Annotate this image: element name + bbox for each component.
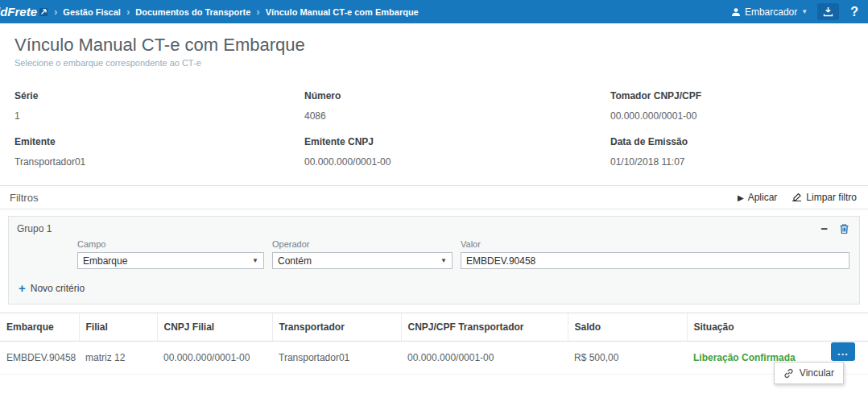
valor-field: Valor: [461, 239, 849, 269]
field-numero: Número 4086: [304, 90, 610, 122]
delete-group-button[interactable]: [839, 223, 849, 234]
filter-group-header: Grupo 1 −: [9, 217, 859, 238]
eraser-icon: [792, 193, 802, 202]
page-subtitle: Selecione o embarque correspondente ao C…: [14, 58, 868, 68]
results-table: Embarque Filial CNPJ Filial Transportado…: [0, 313, 868, 375]
operador-field: Operador Contém ▼: [272, 239, 453, 269]
field-emitente-label: Emitente: [14, 136, 304, 147]
field-emitente-cnpj-label: Emitente CNPJ: [304, 136, 610, 147]
collapse-group-button[interactable]: −: [820, 222, 828, 234]
field-emitente: Emitente Transportador01: [14, 136, 304, 168]
cell-cnpj-transportador: 00.000.000/0001-00: [401, 342, 568, 375]
download-button[interactable]: [817, 3, 839, 20]
topbar-actions: Embarcador ▼ ?: [731, 3, 860, 20]
column-header-situacao: Situação: [687, 313, 868, 342]
field-serie: Série 1: [14, 90, 304, 122]
column-header-saldo: Saldo: [568, 313, 687, 342]
campo-label: Campo: [77, 239, 264, 249]
field-tomador-value: 00.000.000/0001-00: [610, 110, 868, 122]
valor-input[interactable]: [461, 252, 849, 269]
user-icon: [731, 7, 741, 17]
logo-flag-icon: [39, 7, 49, 17]
operador-select[interactable]: Contém ▼: [272, 252, 453, 269]
cell-filial: matriz 12: [79, 342, 157, 375]
page-title: Vínculo Manual CT-e com Embarque: [14, 35, 868, 56]
cell-embarque: EMBDEV.90458: [0, 342, 79, 375]
play-icon: ▶: [738, 193, 744, 202]
new-criteria-button[interactable]: + Novo critério: [9, 269, 859, 304]
trash-icon: [839, 223, 849, 234]
row-actions-button[interactable]: ...: [831, 342, 855, 361]
column-header-embarque: Embarque: [0, 313, 79, 342]
ellipsis-icon: ...: [837, 346, 849, 358]
filters-actions: ▶ Aplicar Limpar filtro: [738, 192, 857, 203]
operador-select-value: Contém: [278, 255, 312, 267]
download-icon: [823, 6, 833, 17]
table-header-row: Embarque Filial CNPJ Filial Transportado…: [0, 313, 868, 342]
column-header-transportador: Transportador: [272, 313, 401, 342]
cell-cnpj-filial: 00.000.000/0001-00: [157, 342, 272, 375]
clear-filter-button[interactable]: Limpar filtro: [792, 192, 857, 203]
user-menu-label: Embarcador: [745, 6, 797, 18]
clear-filter-label: Limpar filtro: [806, 192, 857, 203]
breadcrumb-item-documentos-transporte[interactable]: Documentos do Transporte: [135, 7, 250, 17]
chevron-right-icon: ›: [54, 6, 57, 18]
filter-group-panel: Grupo 1 − Campo Embarque ▼ Operador Cont…: [8, 216, 860, 304]
filter-group-tools: −: [820, 222, 849, 234]
apply-filter-label: Aplicar: [748, 192, 778, 203]
user-menu-button[interactable]: Embarcador ▼: [731, 6, 808, 18]
column-header-cnpj-filial: CNPJ Filial: [157, 313, 272, 342]
vincular-label: Vincular: [800, 367, 834, 379]
field-emitente-cnpj: Emitente CNPJ 00.000.000/0001-00: [304, 136, 610, 168]
operador-label: Operador: [272, 239, 453, 249]
field-serie-label: Série: [14, 90, 304, 102]
new-criteria-label: Novo critério: [31, 283, 85, 294]
help-question-icon: ?: [850, 5, 858, 19]
help-button[interactable]: ?: [849, 5, 860, 19]
filter-criteria-row: Campo Embarque ▼ Operador Contém ▼ Valor: [9, 238, 859, 269]
chevron-down-icon: ▼: [801, 8, 808, 15]
campo-select-value: Embarque: [83, 255, 127, 267]
cell-saldo: R$ 500,00: [568, 342, 687, 375]
field-data-emissao-value: 01/10/2018 11:07: [610, 156, 868, 168]
field-serie-value: 1: [14, 110, 304, 122]
breadcrumb-item-gestao-fiscal[interactable]: Gestão Fiscal: [63, 7, 121, 17]
column-header-filial: Filial: [79, 313, 157, 342]
chevron-right-icon: ›: [126, 6, 130, 18]
field-tomador-label: Tomador CNPJ/CPF: [610, 90, 868, 102]
field-emitente-cnpj-value: 00.000.000/0001-00: [304, 156, 610, 168]
cte-details: Série 1 Número 4086 Tomador CNPJ/CPF 00.…: [0, 90, 868, 182]
vincular-menu-item[interactable]: Vincular: [774, 362, 844, 384]
dropdown-arrow-icon: ▼: [252, 257, 258, 264]
breadcrumb: › Gestão Fiscal › Documentos do Transpor…: [54, 6, 419, 18]
filter-group-title: Grupo 1: [17, 223, 52, 234]
valor-label: Valor: [461, 239, 849, 249]
link-icon: [783, 368, 794, 379]
field-tomador: Tomador CNPJ/CPF 00.000.000/0001-00: [610, 90, 868, 122]
breadcrumb-item-vinculo-manual[interactable]: Vínculo Manual CT-e com Embarque: [266, 7, 419, 17]
chevron-right-icon: ›: [256, 6, 259, 18]
campo-select[interactable]: Embarque ▼: [77, 252, 264, 269]
column-header-cnpj-transportador: CNPJ/CPF Transportador: [401, 313, 568, 342]
field-emitente-value: Transportador01: [14, 156, 304, 168]
field-numero-label: Número: [304, 90, 610, 102]
campo-field: Campo Embarque ▼: [77, 239, 264, 269]
filters-title: Filtros: [10, 192, 38, 204]
field-data-emissao-label: Data de Emissão: [610, 136, 868, 147]
dropdown-arrow-icon: ▼: [440, 257, 447, 264]
table-row[interactable]: EMBDEV.90458 matriz 12 00.000.000/0001-0…: [0, 342, 868, 375]
results-table-area: Embarque Filial CNPJ Filial Transportado…: [0, 313, 868, 375]
app-logo-text: ldFrete: [0, 5, 37, 19]
plus-icon: +: [19, 282, 26, 294]
minus-icon: −: [820, 222, 828, 235]
field-data-emissao: Data de Emissão 01/10/2018 11:07: [610, 136, 868, 168]
apply-filter-button[interactable]: ▶ Aplicar: [738, 192, 777, 203]
top-navigation-bar: ldFrete › Gestão Fiscal › Documentos do …: [0, 0, 868, 23]
cell-transportador: Transportador01: [272, 342, 401, 375]
filters-bar: Filtros ▶ Aplicar Limpar filtro: [0, 185, 868, 209]
app-logo[interactable]: ldFrete: [0, 5, 54, 19]
field-numero-value: 4086: [304, 110, 610, 122]
